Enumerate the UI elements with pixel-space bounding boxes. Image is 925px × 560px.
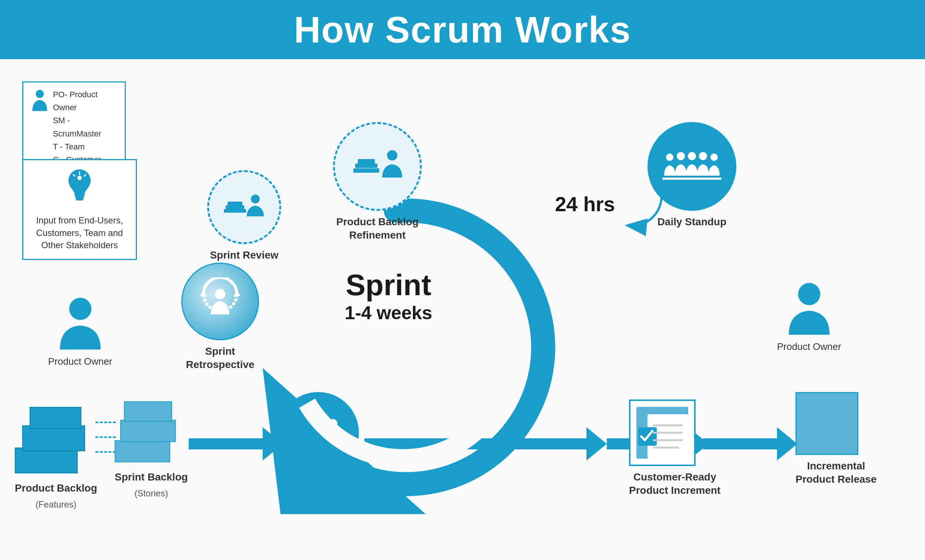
svg-rect-18 xyxy=(358,159,375,164)
svg-rect-13 xyxy=(226,205,244,209)
product-backlog: Product Backlog (Features) xyxy=(15,392,97,510)
product-backlog-label: Product Backlog xyxy=(15,482,97,495)
bulb-icon xyxy=(31,167,128,211)
main-content: PO- Product Owner SM - ScrumMaster T - T… xyxy=(0,59,925,560)
24hrs-arrow xyxy=(592,166,666,241)
page-title: How Scrum Works xyxy=(294,9,631,51)
product-owner-left-label: Product Owner xyxy=(48,356,112,367)
arrow-shaft-rel xyxy=(703,438,777,449)
backlog-block-2 xyxy=(22,425,85,451)
backlog-stacks xyxy=(15,392,96,477)
sprint-title: Sprint xyxy=(345,268,432,302)
svg-point-24 xyxy=(710,154,718,161)
dashed-connector-3 xyxy=(95,451,116,453)
sprint-review-circle xyxy=(207,170,281,244)
incremental-release-label: Incremental Product Release xyxy=(795,459,877,486)
dashed-connector-2 xyxy=(95,437,116,438)
pbr-label: Product Backlog Refinement xyxy=(333,215,422,242)
sprint-review: Sprint Review xyxy=(207,170,281,262)
svg-point-27 xyxy=(215,289,225,299)
svg-point-15 xyxy=(251,194,260,203)
retro-icon xyxy=(193,277,248,325)
checklist-svg xyxy=(634,405,690,461)
standup-icon xyxy=(662,148,722,185)
arrow-cr-to-release xyxy=(703,427,797,461)
input-box: Input from End-Users, Customers, Team an… xyxy=(22,159,137,260)
product-owner-right-label: Product Owner xyxy=(777,341,841,352)
sprint-stacks xyxy=(115,392,181,466)
sprint-retro: Sprint Retrospective xyxy=(181,263,259,372)
svg-point-19 xyxy=(387,150,398,161)
lightbulb-icon xyxy=(65,167,94,205)
svg-rect-2 xyxy=(76,198,83,200)
svg-marker-29 xyxy=(200,291,207,297)
customer-ready-label: Customer-Ready Product Increment xyxy=(629,471,720,497)
svg-marker-28 xyxy=(233,291,241,297)
incremental-release: Incremental Product Release xyxy=(795,392,877,486)
svg-point-21 xyxy=(677,152,685,160)
person-icon-right xyxy=(785,281,833,337)
backlog-block-3 xyxy=(30,407,81,429)
svg-rect-14 xyxy=(227,202,243,205)
legend-po: PO- Product Owner xyxy=(53,88,117,114)
svg-rect-17 xyxy=(355,164,377,168)
svg-rect-12 xyxy=(224,209,246,213)
svg-point-7 xyxy=(69,298,91,320)
svg-point-30 xyxy=(798,283,820,305)
svg-point-20 xyxy=(666,154,673,161)
pbr: Product Backlog Refinement xyxy=(333,122,422,242)
arrow-head-sp xyxy=(586,427,607,461)
sprint-backlog-label: Sprint Backlog xyxy=(115,471,188,484)
backlog-block-1 xyxy=(15,447,78,473)
pbr-circle xyxy=(333,122,422,211)
person-icon-left xyxy=(56,296,104,351)
sprint-backlog: Sprint Backlog (Stories) xyxy=(115,392,188,499)
product-backlog-sublabel: (Features) xyxy=(15,498,97,510)
sprint-block-2 xyxy=(120,420,176,442)
dashed-connector-1 xyxy=(95,422,116,423)
svg-rect-16 xyxy=(353,168,379,173)
sprint-duration: 1-4 weeks xyxy=(345,302,432,324)
arrow-head-rel xyxy=(777,427,797,461)
svg-rect-1 xyxy=(75,195,84,198)
review-icon xyxy=(220,189,268,226)
pbr-icon xyxy=(350,144,405,189)
sprint-center-label: Sprint 1-4 weeks xyxy=(345,268,432,324)
sprint-retro-circle xyxy=(181,263,259,340)
sprint-retro-label: Sprint Retrospective xyxy=(181,345,259,372)
svg-point-0 xyxy=(36,90,44,98)
svg-point-23 xyxy=(699,152,707,160)
sprint-backlog-sublabel: (Stories) xyxy=(115,488,188,499)
checklist-icon xyxy=(629,399,696,466)
legend-t: T - Team xyxy=(53,140,117,153)
release-box xyxy=(795,392,859,455)
legend-person-icon xyxy=(31,88,49,114)
input-box-text: Input from End-Users, Customers, Team an… xyxy=(31,214,128,251)
svg-point-3 xyxy=(77,176,82,180)
product-owner-right: Product Owner xyxy=(777,281,841,352)
sprint-block-3 xyxy=(124,401,172,422)
legend-sm: SM - ScrumMaster xyxy=(53,114,117,140)
svg-rect-25 xyxy=(662,178,722,180)
page-header: How Scrum Works xyxy=(0,0,925,59)
sprint-review-label: Sprint Review xyxy=(207,248,281,262)
product-owner-left: Product Owner xyxy=(48,296,112,367)
sprint-block-1 xyxy=(115,440,170,462)
svg-point-22 xyxy=(688,152,696,160)
